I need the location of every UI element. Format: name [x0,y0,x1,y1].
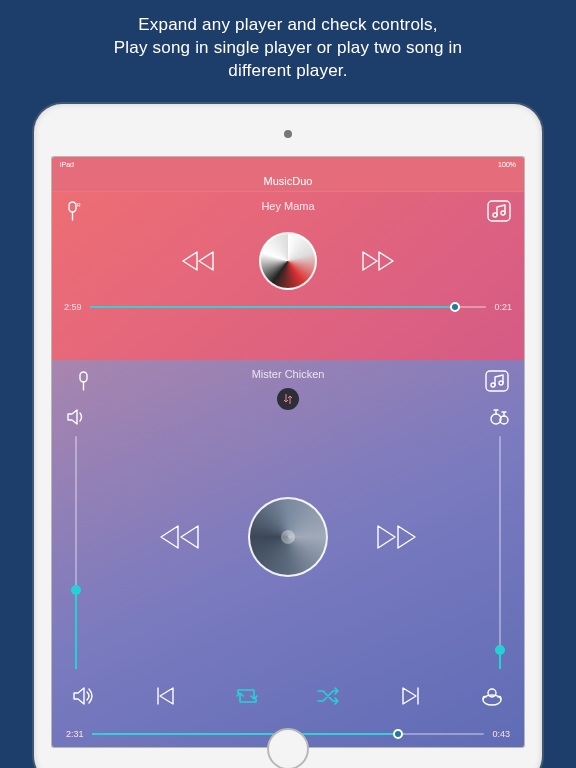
top-elapsed: 2:59 [64,302,82,312]
swap-players-button[interactable] [277,388,299,410]
forward-button[interactable] [357,246,397,276]
right-earbud-icon[interactable]: R [64,198,90,224]
status-bar: iPad 100% [52,157,524,171]
svg-rect-0 [69,202,76,212]
left-earbud-icon[interactable] [66,368,92,394]
speed-fast-icon[interactable] [487,404,513,430]
bottom-elapsed: 2:31 [66,729,84,739]
speed-slider[interactable] [499,436,501,669]
svg-rect-2 [488,201,510,221]
volume-thumb[interactable] [71,585,81,595]
top-album-art[interactable] [259,232,317,290]
svg-rect-6 [486,371,508,391]
next-button[interactable] [396,681,426,711]
top-progress-thumb[interactable] [450,302,460,312]
forward-button[interactable] [372,520,420,554]
top-remaining: 0:21 [494,302,512,312]
rewind-button[interactable] [156,520,204,554]
promo-caption: Expand any player and check controls,Pla… [0,0,576,93]
top-progress-track[interactable] [90,306,487,308]
volume-icon[interactable] [63,404,89,430]
library-icon[interactable] [484,368,510,394]
app-title: MusicDuo [264,175,313,187]
device-screen: iPad 100% MusicDuo R Hey Mama [52,157,524,747]
svg-text:R: R [77,202,81,208]
mute-icon[interactable] [68,681,98,711]
shuffle-button[interactable] [314,681,344,711]
speed-slow-icon[interactable] [478,681,508,711]
battery-label: 100% [498,161,516,168]
svg-point-12 [488,689,496,697]
player-bottom: Mister Chicken [52,360,524,747]
top-song-title: Hey Mama [90,198,486,212]
speed-thumb[interactable] [495,645,505,655]
volume-slider[interactable] [75,436,77,669]
repeat-button[interactable] [232,681,262,711]
carrier-label: iPad [60,161,74,168]
svg-rect-5 [80,372,87,382]
bottom-remaining: 0:43 [492,729,510,739]
bottom-progress-thumb[interactable] [393,729,403,739]
bottom-album-art[interactable] [248,497,328,577]
bottom-song-title: Mister Chicken [92,368,484,380]
previous-button[interactable] [150,681,180,711]
library-icon[interactable] [486,198,512,224]
rewind-button[interactable] [179,246,219,276]
ipad-device: iPad 100% MusicDuo R Hey Mama [34,104,542,768]
app-title-bar: MusicDuo [52,171,524,192]
home-button[interactable] [267,728,309,768]
top-progress[interactable]: 2:59 0:21 [64,302,512,312]
player-top: R Hey Mama [52,192,524,360]
